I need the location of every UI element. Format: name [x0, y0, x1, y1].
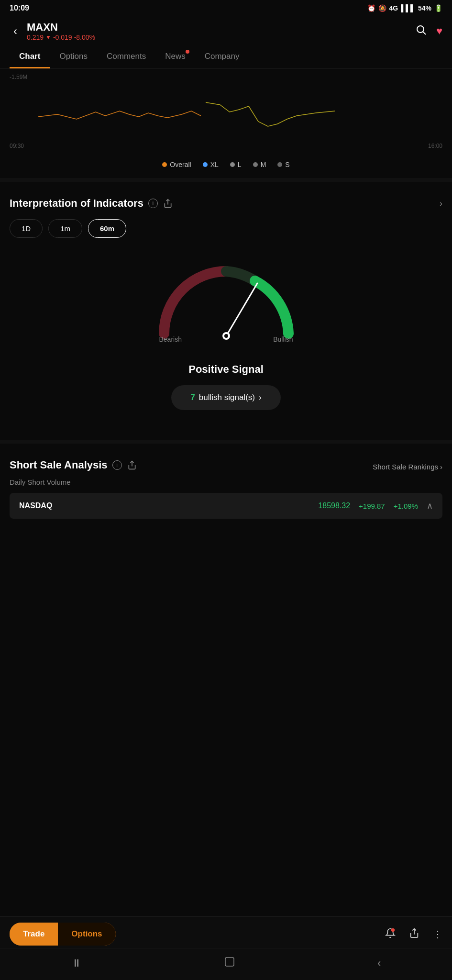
tab-options[interactable]: Options: [50, 46, 97, 68]
gauge-bearish-label: Bearish: [159, 335, 182, 343]
legend-xl: XL: [203, 161, 219, 168]
price-change: -0.019: [53, 33, 72, 41]
interpretation-info-icon[interactable]: i: [148, 199, 158, 208]
svg-point-0: [417, 26, 424, 33]
nav-recents-button[interactable]: ⏸: [62, 954, 91, 972]
chart-legend: Overall XL L M S: [0, 155, 452, 174]
nasdaq-row: NASDAQ 18598.32 +199.87 +1.09% ∧: [10, 493, 442, 519]
alarm-icon: ⏰: [367, 4, 375, 12]
tab-news[interactable]: News: [155, 46, 195, 68]
time-btn-60m[interactable]: 60m: [88, 219, 126, 238]
time-buttons: 1D 1m 60m: [10, 219, 442, 238]
stock-price-change: 0.219 ▼ -0.019 -8.00%: [27, 33, 409, 41]
short-sale-share-icon[interactable]: [127, 460, 137, 470]
nav-home-icon: [224, 956, 235, 968]
nasdaq-expand-icon[interactable]: ∧: [427, 501, 433, 511]
legend-label-overall: Overall: [170, 161, 191, 168]
battery-level: 54%: [418, 4, 431, 12]
tab-company[interactable]: Company: [195, 46, 249, 68]
interpretation-share-icon[interactable]: [163, 198, 173, 209]
nav-bar: ⏸ ‹: [0, 948, 452, 980]
nav-back-icon: ‹: [377, 957, 381, 969]
short-sale-rankings-label: Short Sale Rankings: [373, 463, 438, 471]
legend-dot-s: [277, 162, 282, 167]
chart-svg: [0, 74, 452, 141]
bullish-count: 7: [190, 393, 195, 402]
share-icon[interactable]: [409, 928, 419, 941]
legend-s: S: [277, 161, 289, 168]
battery-icon: 🔋: [434, 4, 442, 12]
nav-back-button[interactable]: ‹: [368, 954, 390, 972]
legend-dot-m: [253, 162, 258, 167]
chart-x-start: 09:30: [10, 143, 24, 149]
interpretation-title: Interpretation of Indicators: [10, 197, 143, 210]
price-arrow: ▼: [45, 34, 51, 41]
news-badge: [186, 50, 189, 54]
nasdaq-change-pct: +1.09%: [394, 502, 418, 510]
legend-dot-l: [230, 162, 235, 167]
gauge-container: Bearish Bullish Positive Signal 7 bullis…: [10, 252, 442, 424]
legend-l: L: [230, 161, 242, 168]
nasdaq-price: 18598.32: [318, 501, 350, 510]
short-sale-rankings-arrow: ›: [440, 463, 442, 471]
tab-navigation: Chart Options Comments News Company: [0, 46, 452, 69]
nasdaq-label: NASDAQ: [19, 501, 313, 510]
trade-button[interactable]: Trade: [10, 923, 58, 946]
svg-point-7: [391, 928, 395, 931]
status-icons: ⏰ 🔕 4G ▌▌▌ 54% 🔋: [367, 4, 442, 12]
mute-icon: 🔕: [378, 4, 386, 12]
time-btn-1m[interactable]: 1m: [48, 219, 82, 238]
status-time: 10:09: [10, 4, 29, 12]
legend-label-l: L: [238, 161, 242, 168]
gauge-bullish-label: Bullish: [273, 335, 293, 343]
gauge-signal: Positive Signal: [188, 363, 264, 376]
short-sale-title: Short Sale Analysis: [10, 459, 108, 471]
alert-icon[interactable]: [385, 928, 396, 941]
options-button[interactable]: Options: [58, 923, 115, 946]
nav-recents-icon: ⏸: [71, 957, 82, 969]
chart-y-label: -1.59M: [10, 74, 27, 80]
legend-label-xl: XL: [210, 161, 219, 168]
price-change-pct: -8.00%: [74, 33, 95, 41]
bottom-spacer: [0, 519, 452, 586]
signal-icon: ▌▌▌: [401, 4, 415, 12]
network-icon: 4G: [389, 4, 398, 12]
bullish-arrow-icon: ›: [259, 393, 262, 402]
legend-label-s: S: [285, 161, 289, 168]
nav-home-button[interactable]: [214, 953, 245, 973]
header-actions: ♥: [415, 24, 442, 38]
favorite-icon[interactable]: ♥: [436, 25, 442, 37]
interpretation-title-area: Interpretation of Indicators i: [10, 197, 173, 210]
short-sale-rankings-link[interactable]: Short Sale Rankings ›: [373, 463, 442, 471]
more-icon[interactable]: ⋮: [433, 928, 442, 940]
search-icon[interactable]: [415, 24, 427, 38]
gauge-wrapper: Bearish Bullish: [150, 262, 303, 357]
gauge-svg: [150, 262, 303, 348]
chart-x-labels: 09:30 16:00: [0, 143, 452, 149]
legend-label-m: M: [261, 161, 266, 168]
svg-rect-9: [225, 958, 234, 966]
chart-area: -1.59M 09:30 16:00: [0, 69, 452, 155]
interpretation-chevron[interactable]: ›: [440, 199, 442, 209]
tab-comments[interactable]: Comments: [97, 46, 155, 68]
chart-x-end: 16:00: [428, 143, 442, 149]
tab-chart[interactable]: Chart: [10, 46, 50, 68]
back-button[interactable]: ‹: [10, 22, 21, 40]
legend-overall: Overall: [162, 161, 191, 168]
svg-line-3: [226, 283, 257, 336]
svg-point-5: [224, 334, 228, 338]
header: ‹ MAXN 0.219 ▼ -0.019 -8.00% ♥: [0, 16, 452, 46]
divider-2: [0, 440, 452, 444]
short-sale-section: Short Sale Analysis i Short Sale Ranking…: [0, 447, 452, 519]
time-btn-1d[interactable]: 1D: [10, 219, 43, 238]
trade-options-group: Trade Options: [10, 923, 116, 946]
bottom-actions: ⋮: [123, 928, 442, 941]
legend-m: M: [253, 161, 266, 168]
short-sale-title-area: Short Sale Analysis i: [10, 459, 373, 471]
status-bar: 10:09 ⏰ 🔕 4G ▌▌▌ 54% 🔋: [0, 0, 452, 16]
interpretation-header: Interpretation of Indicators i ›: [10, 197, 442, 210]
short-sale-info-icon[interactable]: i: [112, 460, 122, 470]
bottom-action-bar: Trade Options ⋮: [0, 916, 452, 951]
bullish-signals-button[interactable]: 7 bullish signal(s) ›: [171, 385, 280, 410]
nasdaq-change: +199.87: [359, 502, 385, 510]
